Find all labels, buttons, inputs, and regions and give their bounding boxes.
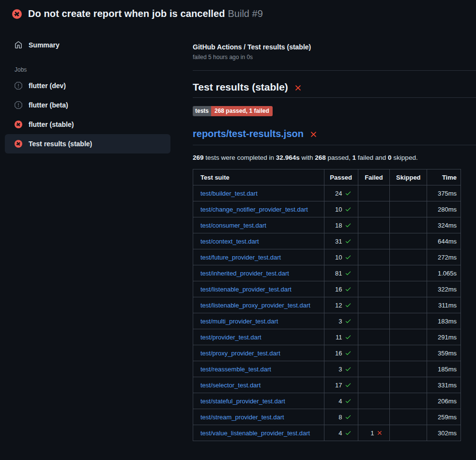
- sidebar-item-test-results-stable[interactable]: Test results (stable): [5, 134, 170, 153]
- suite-link[interactable]: test/proxy_provider_test.dart: [200, 350, 280, 357]
- failed-cell: [358, 361, 390, 377]
- suite-link[interactable]: test/future_provider_test.dart: [200, 254, 281, 261]
- suite-link[interactable]: test/stateful_provider_test.dart: [200, 398, 285, 405]
- table-row: test/provider_test.dart 11 291ms: [193, 329, 461, 345]
- suite-link[interactable]: test/stream_provider_test.dart: [200, 414, 284, 421]
- table-row: test/stream_provider_test.dart 8 259ms: [193, 409, 461, 425]
- passed-cell: 3: [324, 313, 358, 329]
- failed-cell: [358, 329, 390, 345]
- home-icon: [15, 41, 22, 49]
- jobs-section-heading: Jobs: [15, 66, 170, 73]
- skipped-cell: [390, 201, 427, 217]
- suite-link[interactable]: test/inherited_provider_test.dart: [200, 270, 289, 277]
- skipped-cell: [390, 313, 427, 329]
- skipped-cell: [390, 281, 427, 297]
- col-header-time: Time: [427, 169, 461, 185]
- suite-link[interactable]: test/consumer_test.dart: [200, 222, 266, 229]
- suite-link[interactable]: test/provider_test.dart: [200, 334, 261, 341]
- passed-cell: 16: [324, 281, 358, 297]
- failed-icon: [15, 140, 22, 148]
- skipped-cell: [390, 217, 427, 233]
- table-row: test/context_test.dart 31 644ms: [193, 233, 461, 249]
- skipped-cell: [390, 425, 427, 441]
- col-header-test-suite: Test suite: [193, 169, 324, 185]
- time-cell: 302ms: [427, 425, 461, 441]
- passed-cell: 17: [324, 377, 358, 393]
- check-icon: [345, 270, 352, 276]
- check-icon: [345, 429, 352, 436]
- table-header-row: Test suite Passed Failed Skipped Time: [193, 169, 461, 185]
- time-cell: 375ms: [427, 185, 461, 201]
- sidebar-item-flutter-dev[interactable]: flutter (dev): [5, 76, 170, 95]
- summary-passed: 268: [315, 154, 326, 161]
- x-icon: [376, 429, 383, 436]
- check-icon: [345, 366, 352, 372]
- col-header-failed: Failed: [358, 169, 390, 185]
- time-cell: 206ms: [427, 393, 461, 409]
- suite-link[interactable]: test/listenable_proxy_provider_test.dart: [200, 302, 310, 309]
- col-header-passed: Passed: [324, 169, 358, 185]
- failed-cell: [358, 249, 390, 265]
- skipped-cell: [390, 329, 427, 345]
- time-cell: 331ms: [427, 377, 461, 393]
- passed-cell: 18: [324, 217, 358, 233]
- passed-cell: 4: [324, 393, 358, 409]
- time-cell: 324ms: [427, 217, 461, 233]
- passed-cell: 11: [324, 329, 358, 345]
- time-cell: 259ms: [427, 409, 461, 425]
- check-icon: [345, 350, 352, 356]
- skipped-cell: [390, 185, 427, 201]
- sidebar-item-flutter-stable[interactable]: flutter (stable): [5, 115, 170, 134]
- table-row: test/builder_test.dart 24 375ms: [193, 185, 461, 201]
- suite-link[interactable]: test/selector_test.dart: [200, 382, 261, 389]
- suite-link[interactable]: test/builder_test.dart: [200, 190, 258, 197]
- check-icon: [345, 286, 352, 292]
- suite-link[interactable]: test/value_listenable_provider_test.dart: [200, 429, 310, 437]
- sidebar-item-summary[interactable]: Summary: [5, 35, 170, 55]
- passed-cell: 10: [324, 249, 358, 265]
- skipped-cell: [390, 265, 427, 281]
- table-row: test/future_provider_test.dart 10 272ms: [193, 249, 461, 265]
- sidebar-item-label: Test results (stable): [29, 140, 92, 148]
- tests-badge-value: 268 passed, 1 failed: [211, 106, 273, 116]
- passed-cell: 31: [324, 233, 358, 249]
- failed-cell: [358, 409, 390, 425]
- cancelled-icon: [15, 101, 22, 109]
- failed-x-icon: [309, 130, 318, 139]
- suite-link[interactable]: test/listenable_provider_test.dart: [200, 286, 292, 293]
- suite-link[interactable]: test/reassemble_test.dart: [200, 366, 271, 373]
- failed-cell: [358, 217, 390, 233]
- report-link[interactable]: reports/test-results.json: [193, 128, 304, 139]
- failed-cell: [358, 265, 390, 281]
- time-cell: 644ms: [427, 233, 461, 249]
- build-number: Build #9: [228, 8, 263, 19]
- time-cell: 1.065s: [427, 265, 461, 281]
- failed-cell: [358, 233, 390, 249]
- suite-link[interactable]: test/change_notifier_provider_test.dart: [200, 206, 308, 213]
- sidebar-item-flutter-beta[interactable]: flutter (beta): [5, 95, 170, 115]
- col-header-skipped: Skipped: [390, 169, 427, 185]
- table-row: test/selector_test.dart 17 331ms: [193, 377, 461, 393]
- skipped-cell: [390, 393, 427, 409]
- skipped-cell: [390, 377, 427, 393]
- run-status-line: failed 5 hours ago in 0s: [193, 54, 476, 61]
- failed-cell: [358, 201, 390, 217]
- table-row: test/inherited_provider_test.dart 81 1.0…: [193, 265, 461, 281]
- failed-cell: [358, 281, 390, 297]
- failed-icon: [15, 121, 22, 128]
- skipped-cell: [390, 297, 427, 313]
- time-cell: 280ms: [427, 201, 461, 217]
- table-row: test/listenable_provider_test.dart 16 32…: [193, 281, 461, 297]
- time-cell: 185ms: [427, 361, 461, 377]
- summary-line: 269 tests were completed in 32.964s with…: [193, 154, 476, 161]
- skipped-cell: [390, 409, 427, 425]
- passed-cell: 10: [324, 201, 358, 217]
- check-icon: [345, 318, 352, 324]
- suite-link[interactable]: test/multi_provider_test.dart: [200, 318, 278, 325]
- sidebar-item-label: flutter (dev): [29, 82, 66, 90]
- breadcrumb: GitHub Actions / Test results (stable): [193, 43, 476, 51]
- suite-link[interactable]: test/context_test.dart: [200, 238, 259, 245]
- failed-cell: [358, 185, 390, 201]
- summary-duration: 32.964s: [276, 154, 300, 161]
- check-icon: [345, 206, 352, 213]
